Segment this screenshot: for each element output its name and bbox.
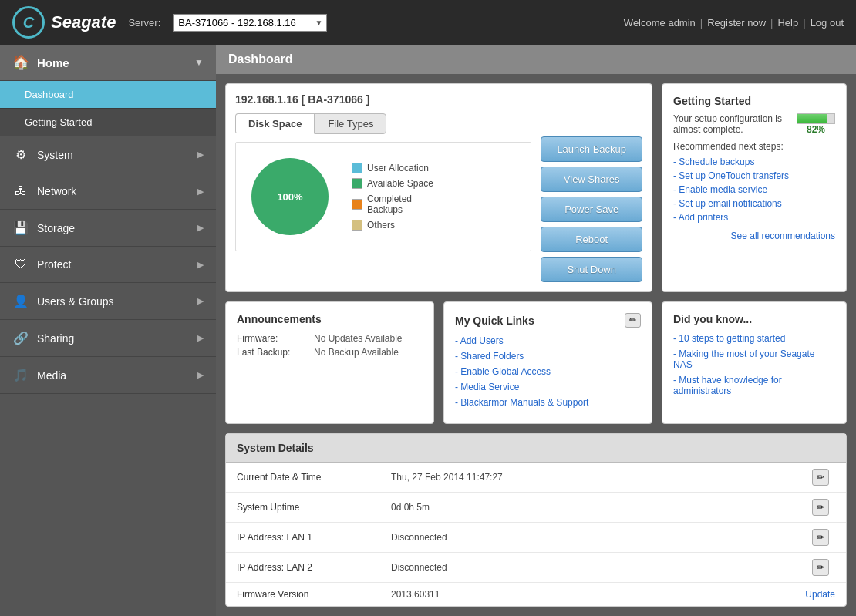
- table-row: Firmware Version 2013.60311 Update: [226, 583, 846, 607]
- gs-step-2[interactable]: - Set up OneTouch transfers: [673, 170, 835, 181]
- help-link[interactable]: Help: [777, 17, 798, 29]
- users-icon: 👤: [12, 294, 29, 308]
- pie-chart: 100%: [244, 150, 336, 243]
- sidebar-sharing-label: Sharing: [37, 332, 197, 345]
- table-row: IP Address: LAN 1 Disconnected ✏: [226, 523, 846, 553]
- disk-server-info: 192.168.1.16 [ BA-371066 ]: [235, 93, 642, 106]
- legend-available-space: Available Space: [352, 178, 433, 189]
- logo-text: Seagate: [51, 12, 116, 32]
- topbar-left: Seagate Server: BA-371066 - 192.168.1.16: [12, 6, 327, 39]
- gs-step-1[interactable]: - Schedule backups: [673, 157, 835, 167]
- gs-progress-area: 82%: [797, 113, 835, 135]
- ann-label-firmware: Firmware:: [237, 333, 306, 344]
- view-shares-button[interactable]: View Shares: [541, 167, 642, 192]
- storage-icon: 💾: [12, 220, 29, 235]
- pie-legend: User Allocation Available Space Complete…: [352, 163, 433, 231]
- logout-link[interactable]: Log out: [811, 17, 844, 29]
- ql-link-blackarmor[interactable]: - Blackarmor Manuals & Support: [455, 397, 641, 408]
- topbar: Seagate Server: BA-371066 - 192.168.1.16…: [0, 0, 856, 45]
- legend-color-available: [352, 178, 362, 189]
- shut-down-button[interactable]: Shut Down: [541, 257, 642, 282]
- storage-arrow-icon: ▶: [197, 223, 204, 233]
- announcements-card: Announcements Firmware: No Updates Avail…: [225, 301, 434, 424]
- edit-lan1-button[interactable]: ✏: [812, 529, 829, 546]
- legend-color-user: [352, 163, 362, 173]
- power-save-button[interactable]: Power Save: [541, 197, 642, 222]
- page-title: Dashboard: [216, 45, 856, 74]
- launch-backup-button[interactable]: Launch Backup: [541, 136, 642, 162]
- ql-edit-button[interactable]: ✏: [625, 313, 641, 328]
- edit-datetime-button[interactable]: ✏: [812, 469, 829, 486]
- gs-step-5[interactable]: - Add printers: [673, 212, 835, 223]
- system-details-card: System Details Current Date & Time Thu, …: [225, 433, 847, 607]
- ql-link-global-access[interactable]: - Enable Global Access: [455, 366, 641, 377]
- sysdetail-label-lan2: IP Address: LAN 2: [226, 553, 380, 583]
- sidebar-item-protect[interactable]: 🛡 Protect ▶: [0, 247, 216, 283]
- svg-text:100%: 100%: [277, 191, 303, 203]
- sidebar-item-network[interactable]: 🖧 Network ▶: [0, 173, 216, 210]
- table-row: Current Date & Time Thu, 27 Feb 2014 11:…: [226, 463, 846, 493]
- edit-uptime-button[interactable]: ✏: [812, 499, 829, 516]
- gs-step-4[interactable]: - Set up email notifications: [673, 198, 835, 209]
- gs-step-3[interactable]: - Enable media service: [673, 184, 835, 195]
- sidebar-media-label: Media: [37, 369, 197, 382]
- dyk-link-2[interactable]: - Making the most of your Seagate NAS: [673, 348, 835, 370]
- ql-link-shared-folders[interactable]: - Shared Folders: [455, 351, 641, 362]
- sysdetail-value-datetime: Thu, 27 Feb 2014 11:47:27: [380, 463, 794, 493]
- legend-color-backups: [352, 199, 362, 210]
- quicklinks-card: My Quick Links ✏ - Add Users - Shared Fo…: [443, 301, 652, 424]
- home-icon: 🏠: [12, 54, 29, 71]
- sidebar-item-users-groups[interactable]: 👤 Users & Groups ▶: [0, 283, 216, 320]
- sidebar-protect-label: Protect: [37, 258, 197, 271]
- sidebar: 🏠 Home ▼ Dashboard Getting Started ⚙ Sys…: [0, 45, 216, 616]
- ann-row-backup: Last Backup: No Backup Available: [237, 347, 423, 358]
- gs-progress-fill: [797, 114, 827, 123]
- system-details-title: System Details: [226, 434, 846, 463]
- sidebar-item-sharing[interactable]: 🔗 Sharing ▶: [0, 320, 216, 357]
- firmware-update-link[interactable]: Update: [805, 589, 835, 600]
- edit-lan2-button[interactable]: ✏: [812, 559, 829, 576]
- protect-arrow-icon: ▶: [197, 260, 204, 270]
- sidebar-home-arrow-icon: ▼: [194, 57, 204, 68]
- media-arrow-icon: ▶: [197, 370, 204, 380]
- legend-user-allocation: User Allocation: [352, 163, 433, 173]
- dashboard-mid-row: Announcements Firmware: No Updates Avail…: [225, 301, 847, 424]
- ql-link-media-service[interactable]: - Media Service: [455, 382, 641, 392]
- sidebar-home[interactable]: 🏠 Home ▼: [0, 45, 216, 81]
- gs-steps-title: Recommended next steps:: [673, 141, 835, 152]
- tab-disk-space[interactable]: Disk Space: [235, 113, 315, 134]
- ql-title: My Quick Links: [455, 315, 534, 327]
- sidebar-item-dashboard[interactable]: Dashboard: [0, 81, 216, 109]
- tab-file-types[interactable]: File Types: [315, 113, 386, 134]
- table-row: IP Address: LAN 2 Disconnected ✏: [226, 553, 846, 583]
- sysdetail-edit-lan1[interactable]: ✏: [794, 523, 846, 553]
- sidebar-item-storage[interactable]: 💾 Storage ▶: [0, 210, 216, 247]
- sysdetail-edit-lan2[interactable]: ✏: [794, 553, 846, 583]
- sidebar-item-getting-started[interactable]: Getting Started: [0, 109, 216, 136]
- getting-started-card: Getting Started Your setup configuration…: [662, 83, 847, 292]
- sysdetail-edit-uptime[interactable]: ✏: [794, 493, 846, 523]
- sharing-icon: 🔗: [12, 331, 29, 345]
- network-arrow-icon: ▶: [197, 187, 204, 197]
- system-arrow-icon: ▶: [197, 150, 204, 160]
- sidebar-item-media[interactable]: 🎵 Media ▶: [0, 357, 216, 394]
- sidebar-storage-label: Storage: [37, 222, 197, 234]
- register-link[interactable]: Register now: [707, 17, 766, 29]
- ql-header: My Quick Links ✏: [455, 313, 641, 328]
- ann-row-firmware: Firmware: No Updates Available: [237, 333, 423, 344]
- sharing-arrow-icon: ▶: [197, 333, 204, 343]
- dyk-link-3[interactable]: - Must have knowledge for administrators: [673, 375, 835, 396]
- gs-see-all[interactable]: See all recommendations: [673, 231, 835, 241]
- server-select[interactable]: BA-371066 - 192.168.1.16: [173, 14, 327, 32]
- dyk-link-1[interactable]: - 10 steps to getting started: [673, 333, 835, 344]
- sidebar-network-label: Network: [37, 185, 197, 197]
- sidebar-item-system[interactable]: ⚙ System ▶: [0, 136, 216, 173]
- actions-column: Launch Backup View Shares Power Save Reb…: [541, 113, 642, 282]
- reboot-button[interactable]: Reboot: [541, 227, 642, 252]
- sysdetail-update-firmware[interactable]: Update: [794, 583, 846, 607]
- gs-percent: 82%: [807, 124, 825, 135]
- server-label: Server:: [128, 17, 160, 29]
- server-dropdown-wrap[interactable]: BA-371066 - 192.168.1.16: [173, 14, 327, 32]
- ql-link-add-users[interactable]: - Add Users: [455, 335, 641, 346]
- sysdetail-edit-datetime[interactable]: ✏: [794, 463, 846, 493]
